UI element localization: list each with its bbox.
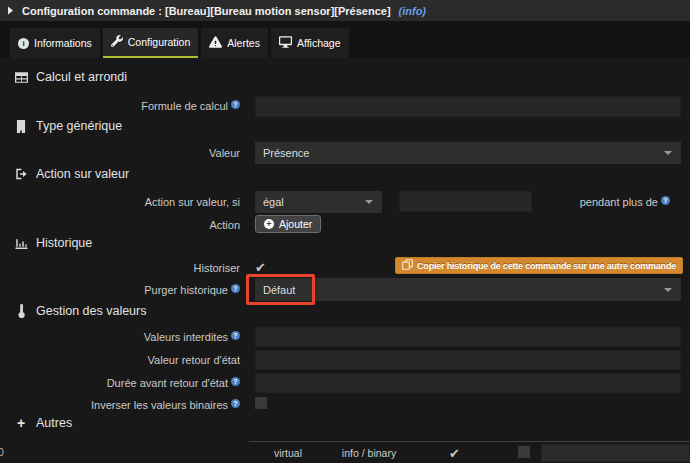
- field-label-duree-avant-retour-detat: Durée avant retour d'état: [0, 377, 240, 389]
- section-action-sur-valeur: Action sur valeur: [14, 167, 129, 181]
- row-checkbox-1[interactable]: [449, 444, 461, 456]
- section-title: Calcul et arrondi: [36, 70, 127, 84]
- field-label-formule: Formule de calcul: [0, 100, 240, 112]
- valeur-select[interactable]: Présence: [255, 142, 681, 164]
- table-icon: [14, 72, 28, 83]
- tab-configuration[interactable]: Configuration: [103, 28, 198, 58]
- field-label-action: Action: [0, 219, 240, 231]
- table-cell-subtype: info / binary: [330, 447, 408, 459]
- copy-icon: [402, 259, 413, 272]
- tab-bar: Informations Configuration Alertes Affic…: [0, 21, 690, 58]
- help-icon[interactable]: [231, 399, 240, 408]
- tab-alertes[interactable]: Alertes: [201, 28, 268, 58]
- section-gestion-des-valeurs: Gestion des valeurs: [14, 304, 146, 318]
- info-link[interactable]: (info): [399, 5, 426, 17]
- section-title: Action sur valeur: [36, 167, 129, 181]
- wrench-icon: [111, 35, 123, 49]
- help-icon[interactable]: [661, 196, 670, 205]
- help-icon[interactable]: [231, 284, 240, 293]
- section-title: Type générique: [36, 119, 122, 133]
- row-input[interactable]: [541, 444, 690, 462]
- formule-de-calcul-input[interactable]: [255, 96, 681, 117]
- field-label-action-sur-valeur-si: Action sur valeur, si: [0, 196, 240, 208]
- action-condition-select[interactable]: égal: [255, 191, 382, 213]
- valeur-retour-detat-input[interactable]: [255, 350, 681, 370]
- tab-label: Configuration: [128, 36, 190, 48]
- help-icon[interactable]: [231, 377, 240, 386]
- ajouter-button[interactable]: Ajouter: [255, 215, 321, 233]
- bar-chart-icon: [14, 237, 28, 249]
- field-label-purger-historique: Purger historique: [0, 284, 240, 296]
- thermometer-icon: [14, 304, 28, 318]
- duree-avant-retour-detat-input[interactable]: [255, 373, 681, 393]
- valeurs-interdites-input[interactable]: [255, 327, 681, 347]
- page-title: Configuration commande : [Bureau][Bureau…: [22, 5, 391, 17]
- bottom-left-text: 0: [0, 446, 4, 458]
- window-titlebar: Configuration commande : [Bureau][Bureau…: [0, 0, 690, 21]
- historiser-checkbox[interactable]: [255, 258, 267, 270]
- section-historique: Historique: [14, 236, 92, 250]
- plus-circle-icon: [264, 219, 274, 229]
- section-autres[interactable]: + Autres: [14, 416, 72, 430]
- sign-out-icon: [14, 168, 28, 180]
- tab-label: Informations: [34, 37, 92, 49]
- configuration-form: Calcul et arrondi Formule de calcul Type…: [0, 58, 690, 463]
- section-title: Gestion des valeurs: [36, 304, 146, 318]
- command-configuration-window: Configuration commande : [Bureau][Bureau…: [0, 0, 690, 463]
- section-calcul-et-arrondi: Calcul et arrondi: [14, 70, 127, 84]
- action-condition-value-input[interactable]: [399, 191, 532, 212]
- building-icon: [14, 120, 28, 133]
- tab-affichage[interactable]: Affichage: [271, 28, 349, 58]
- tab-informations[interactable]: Informations: [10, 28, 100, 58]
- field-label-inverser-valeurs-binaires: Inverser les valeurs binaires: [0, 399, 240, 411]
- section-title: Autres: [36, 416, 72, 430]
- monitor-icon: [279, 36, 292, 50]
- collapse-chevron-icon[interactable]: [7, 6, 14, 15]
- table-cell-type: virtual: [252, 447, 324, 459]
- row-checkbox-2[interactable]: [518, 446, 530, 458]
- field-label-valeur-retour-detat: Valeur retour d'état: [0, 354, 240, 366]
- info-circle-icon: [18, 38, 29, 49]
- copier-historique-button[interactable]: Copier historique de cette commande sur …: [395, 257, 683, 274]
- warning-triangle-icon: [209, 36, 222, 50]
- tab-label: Alertes: [227, 37, 260, 49]
- section-type-generique: Type générique: [14, 119, 122, 133]
- field-label-historiser: Historiser: [0, 262, 240, 274]
- section-title: Historique: [36, 236, 92, 250]
- purger-historique-select[interactable]: Défaut: [255, 278, 681, 301]
- help-icon[interactable]: [231, 331, 240, 340]
- help-icon[interactable]: [231, 100, 240, 109]
- tab-label: Affichage: [297, 37, 341, 49]
- plus-icon: +: [14, 417, 28, 429]
- row-separator: [249, 441, 690, 442]
- inverser-valeurs-binaires-checkbox[interactable]: [255, 397, 267, 409]
- field-label-valeurs-interdites: Valeurs interdites: [0, 331, 240, 343]
- field-label-valeur: Valeur: [0, 147, 240, 159]
- field-label-pendant-plus-de: pendant plus de: [580, 196, 670, 208]
